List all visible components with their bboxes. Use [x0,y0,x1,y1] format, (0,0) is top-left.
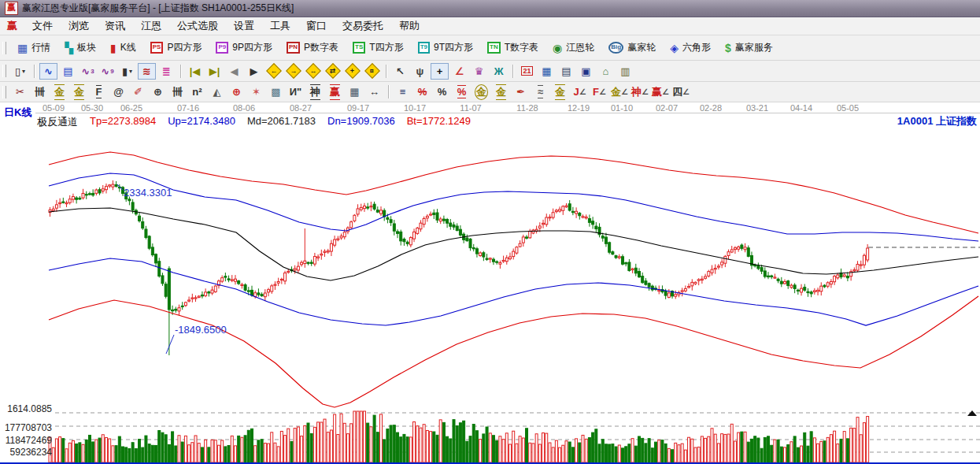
gold-band-button[interactable]: 金 [551,84,569,100]
j-angle-button[interactable]: J∠ [571,84,589,100]
angle-lines-glyph: ∠ [599,87,606,96]
expand-x-button[interactable]: ↔ [304,63,322,80]
gold-time-button[interactable]: 金 [50,84,68,100]
menu-gann[interactable]: 江恩 [133,17,169,35]
kline-button[interactable]: ▮K线 [103,39,143,56]
remote-button[interactable]: ▥ [616,63,634,80]
gann-clock-button[interactable]: ⊕ [149,84,167,100]
gold-angle-button[interactable]: 金∠ [610,84,629,100]
hand-tool-button[interactable]: ψ [411,63,429,80]
shen-ruler-button[interactable]: 神 [306,84,324,100]
zoom-in-x-button[interactable]: → [284,63,302,80]
scroll-right-button[interactable]: ▶ [245,63,263,80]
target-button[interactable]: ⊕ [227,84,246,100]
spiral-button[interactable]: @ [109,84,128,100]
measure-pen-button[interactable]: ✐ [129,84,147,100]
menu-file[interactable]: 文件 [24,17,61,35]
spider-web-button[interactable]: Ж [490,63,508,80]
pointer-tool-button[interactable]: ↖ [391,63,409,80]
ying-ruler-button[interactable]: 赢 [326,84,344,100]
span-measure-button[interactable]: ↔ [365,84,383,100]
gold-channel-button[interactable]: 金 [492,84,510,100]
knife-tool-button[interactable]: ✂ [11,84,29,100]
crosshair-tool-button[interactable]: + [431,63,449,80]
calendar-icon: 21 [521,66,532,76]
pattern-marker-button[interactable]: ≋ [138,63,156,80]
zigzag-overlay-button[interactable]: ∿ [39,63,57,80]
menu-news[interactable]: 资讯 [97,17,133,35]
gold-price-button[interactable]: 金 [70,84,88,100]
market-quotes-button[interactable]: ▦行情 [10,39,57,56]
wave-9-button[interactable]: ∿9 [98,63,116,80]
menu-settings[interactable]: 设置 [226,17,262,35]
nine-t-square-button[interactable]: T99T四方形 [411,39,480,56]
gold-angle-icon: 金 [611,85,621,99]
t-square-button[interactable]: TST四方形 [346,39,411,56]
compress-x-button[interactable]: ⇄ [324,63,342,80]
f-angle-button[interactable]: F∠ [590,84,608,100]
p-square-button[interactable]: PSP四方形 [143,39,209,56]
nine-p-square-button[interactable]: P99P四方形 [209,39,279,56]
info-panel-button[interactable]: ▤ [59,63,77,80]
time-ruler-button[interactable]: 卌 [31,84,49,100]
sync-button[interactable]: ⌂ [597,63,615,80]
menu-help[interactable]: 帮助 [391,17,427,35]
candle-style-selector[interactable]: ▮▾ [118,63,136,80]
price-ruler-button[interactable]: 卌 [168,84,187,100]
volume-distribution-button[interactable]: ≣ [157,63,176,80]
dropdown-caret-icon: ▾ [22,68,25,75]
menu-formula-picker[interactable]: 公式选股 [169,17,226,35]
save-button[interactable]: ▣ [577,63,595,80]
zoom-out-x-button[interactable]: ← [264,63,283,80]
chart-canvas[interactable] [0,102,980,464]
zoom-in-all-button[interactable]: + [343,63,361,80]
grid-burst-button[interactable]: ▩ [267,84,285,100]
percent-lines-button[interactable]: % [453,84,471,100]
sectors-button[interactable]: ▚板块 [57,39,103,56]
menu-browse[interactable]: 浏览 [61,17,97,35]
wave-band-button[interactable]: ≈ [531,84,549,100]
burst-button[interactable]: ✶ [247,84,265,100]
memo-button[interactable]: ▤ [557,63,575,80]
winner-wheel-button[interactable]: Big赢家轮 [601,39,663,56]
calculator-button[interactable]: ▦ [538,63,556,80]
menu-tools[interactable]: 工具 [262,17,298,35]
wave-3-button[interactable]: ∿3 [79,63,97,80]
n2-button[interactable]: n² [188,84,206,100]
indicator-value: Bt=1772.1249 [407,115,471,129]
title-bar[interactable]: 赢 赢家江恩专业版[赢家服务平台] - [上证指数 SH1A0001-255日K… [0,0,980,17]
calendar-button[interactable]: 21 [518,63,536,80]
toolbar-grip[interactable] [2,86,6,98]
shen-angle-button[interactable]: 神∠ [631,84,649,100]
icon-subscript: 3 [91,68,94,75]
menu-trade[interactable]: 交易委托 [335,17,391,35]
grid-123-button[interactable]: ▦ [346,84,364,100]
menu-window[interactable]: 窗口 [298,17,335,35]
scroll-left-button[interactable]: ◀ [225,63,243,80]
ying-angle-button[interactable]: 赢∠ [651,84,670,100]
n-mark-button[interactable]: И" [287,84,305,100]
period-selector[interactable]: ▯▾ [11,63,29,80]
ink-pen-button[interactable]: ✒ [512,84,530,100]
pattern-marker-icon: ≋ [142,65,151,77]
zoom-reset-button[interactable]: ¤ [363,63,381,80]
percent-slash-button[interactable]: % [413,84,431,100]
four-angle-button[interactable]: 四∠ [671,84,690,100]
winner-service-button[interactable]: $赢家服务 [718,39,780,56]
percent-button[interactable]: % [433,84,451,100]
fib-levels-button[interactable]: ≡ [394,84,412,100]
toolbar-grip[interactable] [2,42,6,54]
gold-circle-button[interactable]: 金 [472,84,490,100]
mirror-angle-button[interactable]: ◭ [208,84,226,100]
gann-flower-button[interactable]: ♛ [470,63,488,80]
toolbar-button-label: 六角形 [682,41,711,54]
hexagon-button[interactable]: ◈六角形 [663,39,718,56]
jump-last-button[interactable]: ▶| [205,63,224,80]
p-number-table-button[interactable]: PNP数字表 [279,39,346,56]
angle-measure-button[interactable]: ∠ [450,63,468,80]
toolbar-grip[interactable] [2,65,6,77]
gann-wheel-button[interactable]: ◉江恩轮 [545,39,601,56]
jump-first-button[interactable]: |◀ [186,63,204,80]
f-ruler-button[interactable]: F [90,84,108,100]
t-number-table-button[interactable]: TNT数字表 [480,39,545,56]
